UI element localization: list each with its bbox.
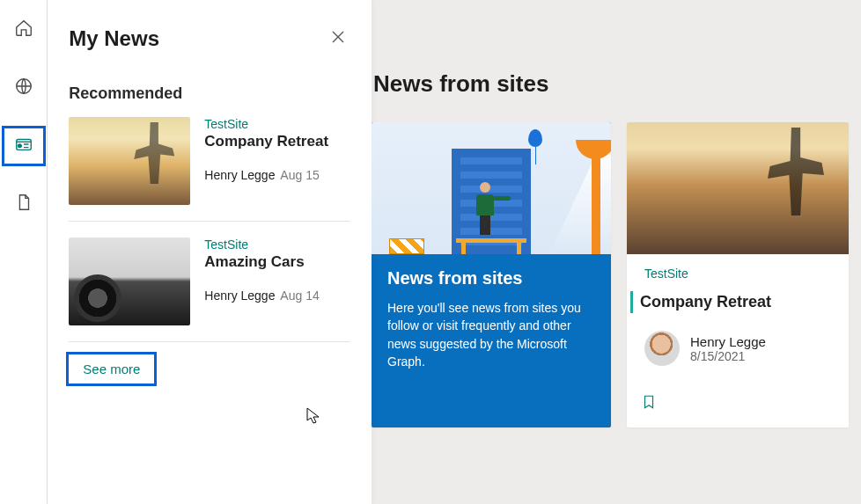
bookmark-icon[interactable] [641,399,657,414]
file-icon [14,193,33,215]
info-card: News from sites Here you'll see news fro… [372,122,611,427]
app-rail [0,0,48,504]
avatar [644,331,680,366]
news-author: Henry Legge [204,168,275,182]
flyout-title: My News [69,26,159,51]
news-card-title: Company Retreat [630,291,835,313]
globe-icon [14,77,33,99]
rail-globe[interactable] [4,70,43,106]
news-site-link[interactable]: TestSite [204,117,328,131]
news-date: Aug 15 [280,168,319,182]
news-thumb [69,237,190,325]
rail-news[interactable] [4,128,43,164]
rail-home[interactable] [4,12,43,47]
recommended-label: Recommended [69,84,350,103]
news-site-link[interactable]: TestSite [204,237,319,252]
info-card-title: News from sites [387,268,595,289]
svg-point-2 [18,144,21,148]
news-card-site[interactable]: TestSite [644,267,835,281]
news-card-thumb [627,122,849,254]
news-byline: Henry Legge Aug 15 [204,168,328,182]
news-byline: Henry Legge Aug 14 [204,289,319,303]
cursor-icon [306,407,320,428]
news-author: Henry Legge [204,289,275,303]
news-item[interactable]: TestSite Company Retreat Henry Legge Aug… [69,117,350,222]
news-title: Amazing Cars [204,253,319,271]
news-card[interactable]: TestSite Company Retreat Henry Legge 8/1… [627,122,849,427]
close-button[interactable] [326,26,350,51]
news-date: Aug 14 [280,289,319,303]
home-icon [14,18,33,41]
my-news-flyout: My News Recommended TestSite Company Ret… [48,0,372,504]
news-icon [14,135,33,157]
info-illustration [372,122,611,254]
news-card-author: Henry Legge [690,334,766,349]
main-content: News from sites News from sites Here you… [372,0,861,504]
info-card-text: Here you'll see news from sites you foll… [387,299,595,370]
news-title: Company Retreat [204,133,328,150]
news-card-date: 8/15/2021 [690,349,766,363]
page-title: News from sites [373,70,849,98]
news-thumb [69,117,190,205]
see-more-button[interactable]: See more [69,354,154,383]
close-icon [331,30,345,47]
news-item[interactable]: TestSite Amazing Cars Henry Legge Aug 14 [69,237,350,342]
rail-files[interactable] [4,186,43,222]
